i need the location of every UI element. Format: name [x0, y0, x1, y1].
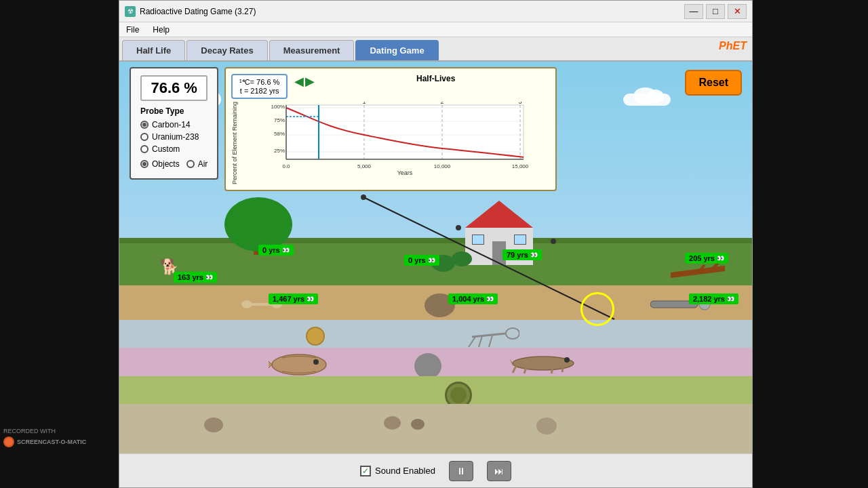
bush-object-2 — [452, 251, 472, 266]
small-stone-4[interactable] — [536, 418, 557, 434]
watermark-line1: RECORDED WITH — [3, 428, 86, 434]
chart-header: ¹⁴C= 76.6 % t = 2182 yrs ◀ ▶ Half-Lives — [231, 74, 550, 99]
menubar: File Help — [119, 22, 752, 37]
watermark: RECORDED WITH SCREENCAST-O-MATIC — [3, 428, 86, 447]
titlebar: ☢ Radioactive Dating Game (3.27) — □ ✕ — [119, 1, 752, 22]
radio-objects[interactable]: Objects — [140, 159, 180, 169]
phet-logo: PhET — [719, 40, 747, 52]
svg-text:0.0: 0.0 — [282, 163, 290, 169]
dino-skeleton[interactable] — [465, 323, 519, 350]
svg-text:Years: Years — [397, 169, 413, 176]
tab-decay-rates[interactable]: Decay Rates — [186, 40, 267, 60]
chart-time: t = 2182 yrs — [239, 87, 279, 95]
svg-text:100%: 100% — [271, 104, 285, 110]
radio-carbon14[interactable]: Carbon-14 — [140, 120, 208, 129]
radio-carbon14-circle[interactable] — [140, 121, 149, 129]
pause-button[interactable]: ⏸ — [449, 461, 473, 481]
radio-objects-circle[interactable] — [140, 160, 149, 168]
chart-arrows[interactable]: ◀ ▶ — [294, 74, 315, 89]
bottom-bar: ✓ Sound Enabled ⏸ ⏭ — [119, 453, 752, 487]
probe-panel: 76.6 % Probe Type Carbon-14 Uranium-238 … — [130, 67, 218, 180]
radio-uranium238-label: Uranium-238 — [152, 132, 199, 142]
small-stone-1[interactable] — [204, 418, 223, 432]
small-stone-2[interactable] — [384, 416, 401, 430]
badge-probe: 2,182 yrs👀 — [689, 293, 738, 304]
radio-objects-label: Objects — [152, 159, 180, 169]
svg-text:15,000: 15,000 — [512, 163, 529, 169]
tabbar: Half Life Decay Rates Measurement Dating… — [119, 37, 752, 62]
radio-custom-label: Custom — [152, 144, 180, 154]
radio-carbon14-label: Carbon-14 — [152, 120, 191, 129]
window-title: Radioactive Dating Game (3.27) — [140, 7, 684, 16]
svg-text:25%: 25% — [274, 148, 285, 154]
branch-object[interactable] — [671, 262, 725, 285]
probe-type-label: Probe Type — [140, 106, 208, 116]
croc-fossil[interactable] — [509, 351, 577, 378]
radio-uranium238-circle[interactable] — [140, 133, 149, 141]
main-content: 🐕 0 yrs👀 0 yrs👀 — [119, 62, 752, 453]
svg-text:10,000: 10,000 — [434, 163, 451, 169]
maximize-button[interactable]: □ — [706, 4, 725, 19]
ground: 🐕 0 yrs👀 0 yrs👀 — [119, 238, 752, 453]
layer-3 — [119, 348, 752, 375]
chart-area: Percent of Element Remaining 1 2 3 — [231, 102, 550, 184]
small-stone-3[interactable] — [411, 419, 425, 430]
minimize-button[interactable]: — — [684, 4, 703, 19]
close-button[interactable]: ✕ — [728, 4, 747, 19]
svg-text:2: 2 — [440, 102, 443, 105]
tab-half-life[interactable]: Half Life — [122, 40, 185, 60]
badge-rock1: 1,004 yrs👀 — [448, 293, 498, 304]
sound-checkbox-input[interactable]: ✓ — [360, 466, 371, 476]
chart-title-area: Half-Lives — [321, 74, 550, 83]
svg-rect-13 — [286, 105, 524, 159]
chart-y-axis-label: Percent of Element Remaining — [231, 102, 238, 184]
probe-percentage: 76.6 % — [140, 75, 208, 101]
tab-dating-game[interactable]: Dating Game — [355, 40, 438, 60]
svg-point-11 — [513, 357, 574, 370]
svg-point-8 — [506, 328, 519, 339]
layer-4 — [119, 376, 752, 404]
radio-custom[interactable]: Custom — [140, 144, 208, 154]
menu-help[interactable]: Help — [149, 24, 174, 36]
sound-enabled-control[interactable]: ✓ Sound Enabled — [360, 466, 435, 476]
shell-object[interactable] — [306, 327, 325, 346]
svg-point-12 — [564, 357, 570, 363]
layer-5 — [119, 404, 752, 453]
svg-text:5,000: 5,000 — [357, 163, 372, 169]
right-edge — [753, 0, 868, 488]
radio-custom-circle[interactable] — [140, 145, 149, 153]
chart-panel: ¹⁴C= 76.6 % t = 2182 yrs ◀ ▶ Half-Lives … — [224, 67, 557, 191]
svg-text:75%: 75% — [274, 117, 285, 123]
chart-svg: 1 2 3 100% 75% 58% 25% — [239, 102, 550, 176]
reset-button[interactable]: Reset — [685, 70, 742, 96]
layer-surface: 🐕 0 yrs👀 0 yrs👀 — [119, 238, 752, 285]
app-window: ☢ Radioactive Dating Game (3.27) — □ ✕ F… — [119, 0, 753, 488]
menu-file[interactable]: File — [122, 24, 143, 36]
layer-1: 1,467 yrs👀 1,004 yrs👀 2,182 yrs👀 — [119, 285, 752, 320]
badge-bone1: 1,467 yrs👀 — [269, 293, 318, 304]
stone-object[interactable] — [414, 353, 441, 379]
radio-uranium238[interactable]: Uranium-238 — [140, 132, 208, 142]
cloud-2 — [623, 85, 671, 109]
arrow-right-icon[interactable]: ▶ — [305, 74, 315, 89]
chart-half-lives-label: Half-Lives — [416, 74, 455, 83]
radio-air-circle[interactable] — [186, 160, 195, 168]
badge-dog: 163 yrs👀 — [174, 272, 217, 283]
svg-text:3: 3 — [518, 102, 521, 105]
svg-point-10 — [313, 359, 319, 365]
probe-mode: Objects Air — [140, 159, 208, 171]
chart-badge: ¹⁴C= 76.6 % t = 2182 yrs — [231, 74, 288, 99]
watermark-line2: SCREENCAST-O-MATIC — [17, 439, 86, 445]
tab-measurement[interactable]: Measurement — [269, 40, 355, 60]
chart-formula: ¹⁴C= 76.6 % — [239, 78, 279, 87]
radio-air-label: Air — [198, 159, 208, 169]
sound-label: Sound Enabled — [375, 466, 435, 476]
radio-air[interactable]: Air — [186, 159, 208, 169]
badge-near-house: 79 yrs👀 — [502, 249, 542, 260]
badge-branch: 205 yrs👀 — [685, 253, 728, 264]
layer-2 — [119, 320, 752, 348]
screencast-icon — [3, 436, 14, 447]
forward-button[interactable]: ⏭ — [487, 461, 511, 481]
arrow-left-icon[interactable]: ◀ — [294, 74, 304, 89]
app-icon: ☢ — [125, 6, 136, 17]
